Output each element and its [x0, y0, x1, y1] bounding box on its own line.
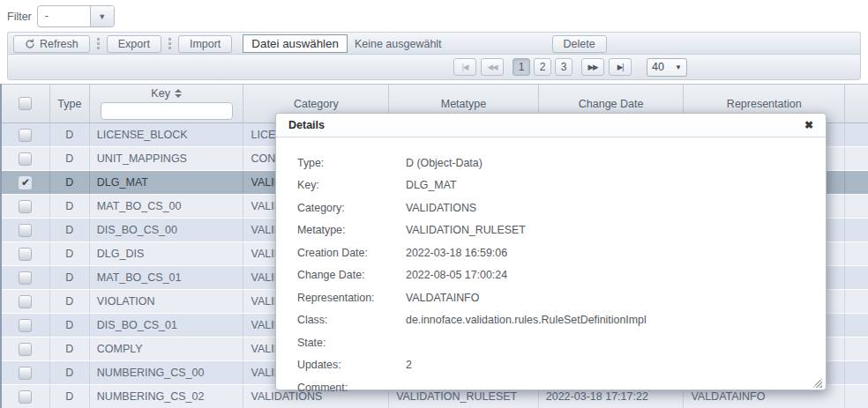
details-field-label: Type:: [297, 157, 406, 169]
chevron-down-icon[interactable]: ▼: [90, 6, 114, 26]
row-checkbox-cell: [2, 219, 50, 241]
cell-key: NUMBERING_CS_00: [90, 361, 244, 384]
delete-button[interactable]: Delete: [552, 35, 607, 53]
cell-extra: [845, 171, 868, 194]
export-button[interactable]: Export: [107, 35, 161, 53]
cell-type: D: [50, 195, 90, 218]
page-size-value: 40: [652, 61, 664, 73]
column-header-metatype-label: Metatype: [441, 98, 486, 110]
row-checkbox[interactable]: [19, 390, 32, 404]
row-checkbox[interactable]: [19, 367, 32, 380]
close-icon[interactable]: ✖: [804, 120, 813, 130]
select-all-header-cell: [2, 85, 50, 122]
sort-icon[interactable]: [175, 89, 182, 98]
row-checkbox[interactable]: [19, 200, 32, 213]
row-checkbox[interactable]: [19, 152, 32, 166]
cell-key: NUMBERING_CS_02: [90, 385, 244, 408]
row-checkbox[interactable]: [19, 319, 32, 332]
cell-type: D: [50, 147, 90, 170]
details-field-value: D (Object-Data): [406, 157, 483, 169]
row-checkbox-cell: [2, 242, 50, 265]
paginator-page-1[interactable]: 1: [513, 58, 530, 76]
filter-row: Filter - ▼: [7, 5, 115, 27]
cell-key: DIS_BO_CS_00: [90, 219, 244, 241]
column-header-representation-label: Representation: [727, 98, 802, 110]
resize-grip-icon[interactable]: [812, 378, 822, 388]
paginator-page-3[interactable]: 3: [555, 58, 572, 76]
column-header-change-date-label: Change Date: [579, 98, 644, 110]
filter-dropdown[interactable]: - ▼: [37, 5, 115, 27]
row-checkbox[interactable]: [19, 271, 32, 285]
cell-extra: [845, 361, 868, 384]
row-checkbox-cell: [2, 338, 50, 360]
paginator-first-button[interactable]: |◀: [453, 58, 476, 76]
details-field-value: 2022-08-05 17:00:24: [406, 269, 507, 281]
cell-type: D: [50, 290, 90, 313]
row-checkbox[interactable]: [19, 295, 32, 308]
details-field-label: Creation Date:: [297, 247, 406, 259]
toolbar-grip: [168, 38, 171, 49]
details-field-label: Class:: [297, 314, 406, 326]
choose-file-button-label: Datei auswählen: [251, 37, 339, 50]
cell-key: UNIT_MAPPINGS: [90, 147, 244, 170]
key-filter-input[interactable]: [101, 102, 233, 120]
refresh-button-label: Refresh: [40, 38, 79, 50]
details-field-value: DLG_MAT: [406, 179, 457, 191]
details-field-label: Metatype:: [297, 224, 406, 236]
cell-type: D: [50, 385, 90, 408]
details-field-label: Category:: [297, 202, 406, 214]
column-header-extra: [845, 85, 868, 122]
cell-extra: [845, 385, 868, 408]
details-field: Category: VALIDATIONS: [297, 197, 826, 219]
details-field-label: Key:: [297, 179, 406, 191]
paginator-last-button[interactable]: ▶|: [609, 58, 632, 76]
row-checkbox-cell: [2, 314, 50, 337]
details-dialog: Details ✖ Type: D (Object-Data) Key: DLG…: [275, 113, 827, 390]
cell-key: MAT_BO_CS_00: [90, 195, 244, 218]
column-header-key[interactable]: Key: [90, 85, 244, 122]
import-button-label: Import: [190, 38, 221, 50]
cell-extra: [845, 242, 868, 265]
column-header-type[interactable]: Type: [50, 85, 90, 122]
chevron-down-icon: ▼: [675, 63, 682, 71]
cell-key: LICENSE_BLOCK: [90, 123, 244, 146]
refresh-button[interactable]: Refresh: [13, 35, 90, 53]
cell-type: D: [50, 171, 90, 194]
row-checkbox-cell: [2, 123, 50, 146]
row-checkbox[interactable]: [19, 224, 32, 237]
page-size-dropdown[interactable]: 40 ▼: [647, 58, 687, 77]
import-button[interactable]: Import: [178, 35, 232, 53]
details-field-value: VALIDATION_RULESET: [406, 224, 526, 236]
paginator-prev-button[interactable]: ◀◀: [481, 58, 504, 76]
paginator-page-2[interactable]: 2: [534, 58, 551, 76]
details-dialog-title-bar[interactable]: Details ✖: [276, 114, 826, 137]
cell-extra: [845, 123, 868, 146]
cell-key: DIS_BO_CS_01: [90, 314, 244, 337]
row-checkbox[interactable]: [19, 248, 32, 261]
details-field: Representation: VALDATAINFO: [297, 286, 826, 309]
delete-button-label: Delete: [564, 38, 595, 50]
column-header-category-label: Category: [294, 98, 339, 110]
cell-type: D: [50, 361, 90, 384]
filter-dropdown-value: -: [38, 6, 90, 26]
details-field-label: State:: [297, 337, 406, 349]
details-field-value: 2022-03-18 16:59:06: [406, 247, 507, 259]
choose-file-button[interactable]: Datei auswählen: [243, 34, 348, 53]
row-checkbox[interactable]: [19, 129, 32, 142]
cell-key: MAT_BO_CS_01: [90, 266, 244, 289]
details-field: Class: de.innoface.validation.rules.Rule…: [297, 309, 826, 332]
row-checkbox[interactable]: ✔: [19, 176, 32, 189]
paginator-next-button[interactable]: ▶▶: [581, 58, 604, 76]
details-field: Updates: 2: [297, 354, 826, 377]
details-field-value: de.innoface.validation.rules.RuleSetDefi…: [406, 314, 647, 326]
cell-key: VIOLATION: [90, 290, 244, 313]
row-checkbox-cell: [2, 361, 50, 384]
cell-type: D: [50, 338, 90, 360]
row-checkbox[interactable]: [19, 343, 32, 356]
details-field: Creation Date: 2022-03-18 16:59:06: [297, 241, 826, 264]
row-checkbox-cell: [2, 290, 50, 313]
row-checkbox-cell: [2, 266, 50, 289]
toolbar: Refresh Export Import Datei auswählen Ke…: [7, 32, 861, 55]
select-all-checkbox[interactable]: [19, 97, 32, 110]
cell-type: D: [50, 314, 90, 337]
